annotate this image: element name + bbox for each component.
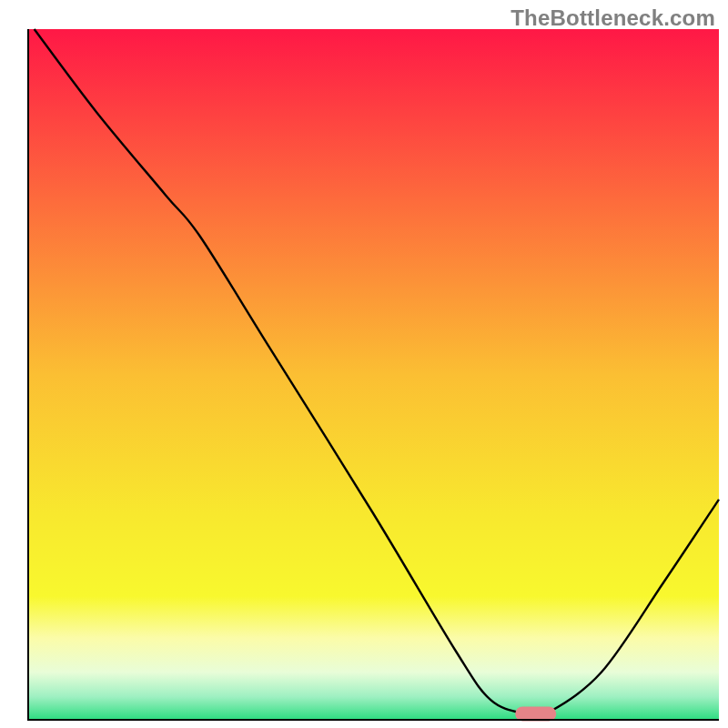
- chart-container: TheBottleneck.com: [0, 0, 728, 728]
- watermark: TheBottleneck.com: [511, 5, 715, 31]
- plot-area: [27, 29, 719, 721]
- y-axis: [27, 29, 29, 721]
- bottleneck-curve: [27, 29, 719, 721]
- x-axis: [27, 719, 719, 721]
